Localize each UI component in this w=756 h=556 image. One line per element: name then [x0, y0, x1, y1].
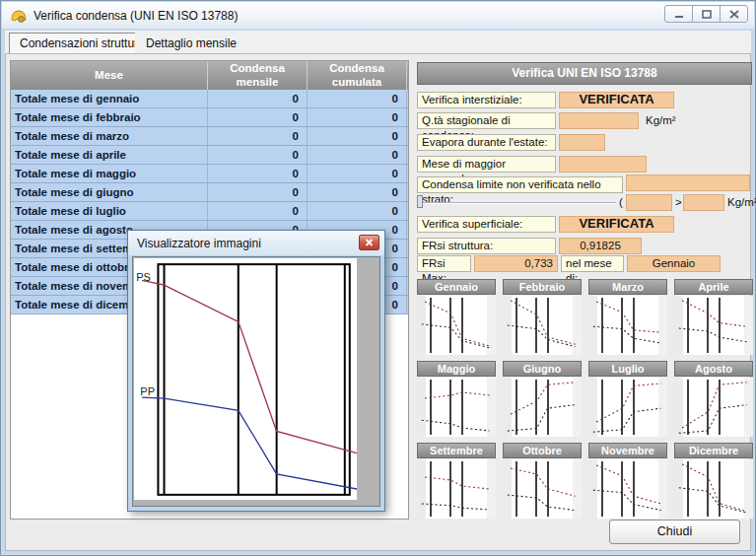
gt-text: > [675, 196, 682, 208]
table-row[interactable]: Totale mese di aprile00 [11, 146, 408, 165]
limite-box-2 [683, 194, 724, 211]
month-button-settembre[interactable]: Settembre [417, 443, 496, 458]
value-mese-accumulo [559, 156, 647, 173]
cell-condensa-mensile: 0 [208, 183, 308, 201]
minimize-icon [674, 10, 684, 19]
title-bar[interactable]: Verifica condensa (UNI EN ISO 13788) [2, 2, 754, 29]
mini-chart-dicembre[interactable] [674, 459, 753, 519]
table-row[interactable]: Totale mese di maggio00 [11, 165, 408, 183]
month-button-luglio[interactable]: Luglio [588, 361, 667, 377]
unit-qta: Kg/m² [646, 114, 676, 126]
minimize-button[interactable] [664, 5, 693, 23]
col-header-mese[interactable]: Mese [11, 61, 208, 90]
tab-bar: Condensazioni struttura Dettaglio mensil… [5, 31, 751, 54]
label-frsi-max: FRsi Max: [417, 255, 471, 272]
visualizzatore-dialog: Visualizzatore immagini PSPP [127, 230, 385, 512]
value-frsi-struttura: 0,91825 [559, 238, 642, 254]
value-frsi-max: 0,733 [474, 255, 558, 272]
glaser-chart[interactable]: PSPP [134, 258, 357, 500]
month-button-aprile[interactable]: Aprile [674, 279, 753, 295]
label-verifica-interstiziale: Verifica interstiziale: [417, 92, 556, 108]
cell-mese: Totale mese di gennaio [11, 90, 208, 107]
table-row[interactable]: Totale mese di febbraio00 [11, 108, 408, 127]
month-cell-luglio: Luglio [588, 361, 667, 437]
mini-chart-aprile[interactable] [674, 296, 753, 355]
close-button[interactable] [720, 5, 748, 23]
value-verifica-superficiale: VERIFICATA [559, 216, 674, 233]
mini-chart-settembre[interactable] [417, 459, 496, 519]
tab-dettaglio-mensile[interactable]: Dettaglio mensile [135, 33, 247, 54]
dialog-title-bar[interactable]: Visualizzatore immagini [128, 231, 384, 255]
cell-condensa-mensile: 0 [208, 202, 308, 220]
dialog-close-button[interactable] [359, 235, 379, 250]
month-cell-maggio: Maggio [417, 361, 496, 437]
table-row[interactable]: Totale mese di marzo00 [11, 127, 408, 146]
label-frsi-struttura: FRsi struttura: [417, 238, 556, 254]
dialog-body: PSPP [132, 256, 380, 507]
month-cell-marzo: Marzo [588, 279, 667, 355]
mini-chart-luglio[interactable] [588, 378, 667, 437]
table-row[interactable]: Totale mese di gennaio00 [11, 90, 408, 108]
month-cell-aprile: Aprile [674, 279, 753, 355]
month-button-marzo[interactable]: Marzo [588, 279, 667, 295]
table-row[interactable]: Totale mese di giugno00 [11, 183, 408, 202]
limite-box-1 [626, 194, 672, 211]
cell-condensa-mensile: 0 [208, 146, 308, 164]
month-button-maggio[interactable]: Maggio [417, 361, 496, 377]
month-button-dicembre[interactable]: Dicembre [674, 443, 753, 458]
svg-text:PP: PP [140, 385, 155, 397]
month-cell-febbraio: Febbraio [503, 279, 582, 355]
month-cell-ottobre: Ottobre [503, 443, 582, 519]
tab-condensazioni-struttura[interactable]: Condensazioni struttura [9, 33, 156, 54]
month-button-febbraio[interactable]: Febbraio [503, 279, 582, 295]
cell-condensa-cumulata: 0 [308, 202, 407, 220]
cell-condensa-cumulata: 0 [308, 90, 407, 107]
mini-chart-novembre[interactable] [588, 459, 667, 519]
col-header-condensa-mensile[interactable]: Condensa mensile [208, 61, 308, 90]
cell-condensa-cumulata: 0 [308, 108, 407, 126]
month-cell-novembre: Novembre [588, 443, 667, 519]
verifica-panel: Verifica UNI EN ISO 13788 Verifica inter… [413, 54, 754, 550]
window-title: Verifica condensa (UNI EN ISO 13788) [34, 9, 238, 23]
app-window: Verifica condensa (UNI EN ISO 13788) Con… [0, 0, 756, 556]
cell-condensa-mensile: 0 [208, 90, 308, 107]
label-condensa-limite: Condensa limite non verificata nello str… [417, 176, 623, 193]
month-cell-gennaio: Gennaio [417, 279, 496, 355]
month-button-novembre[interactable]: Novembre [588, 443, 667, 458]
month-button-agosto[interactable]: Agosto [674, 361, 753, 377]
strato-slider-handle[interactable] [417, 195, 423, 208]
cell-mese: Totale mese di luglio [11, 202, 208, 220]
months-grid: GennaioFebbraioMarzoAprileMaggioGiugnoLu… [417, 279, 754, 519]
panel-header: Verifica UNI EN ISO 13788 [417, 62, 752, 85]
month-cell-agosto: Agosto [674, 361, 753, 437]
maximize-icon [702, 10, 712, 19]
mini-chart-agosto[interactable] [674, 378, 753, 437]
strato-slider-track[interactable] [419, 202, 616, 204]
mini-chart-maggio[interactable] [417, 378, 496, 437]
dialog-close-icon [365, 239, 374, 246]
mini-chart-marzo[interactable] [588, 296, 667, 355]
month-button-gennaio[interactable]: Gennaio [417, 279, 496, 295]
label-nel-mese-di: nel mese di: [561, 255, 624, 272]
cell-mese: Totale mese di febbraio [11, 108, 208, 126]
svg-text:PS: PS [136, 271, 151, 283]
month-button-ottobre[interactable]: Ottobre [503, 443, 582, 458]
value-verifica-interstiziale: VERIFICATA [559, 92, 674, 108]
mini-chart-febbraio[interactable] [503, 296, 582, 355]
value-condensa-limite [626, 174, 750, 191]
mini-chart-gennaio[interactable] [417, 296, 496, 355]
value-qta-stagionale [559, 112, 639, 129]
mini-chart-giugno[interactable] [503, 378, 582, 437]
close-icon [729, 10, 739, 19]
dialog-title: Visualizzatore immagini [137, 237, 261, 250]
chiudi-button[interactable]: Chiudi [609, 520, 740, 544]
col-header-condensa-cumulata[interactable]: Condensa cumulata [308, 61, 407, 90]
value-nel-mese-di: Gennaio [627, 255, 721, 272]
cell-condensa-mensile: 0 [208, 108, 308, 126]
table-row[interactable]: Totale mese di luglio00 [11, 202, 408, 221]
maximize-button[interactable] [692, 5, 721, 23]
label-evapora-estate: Evapora durante l'estate: [417, 134, 556, 151]
cell-mese: Totale mese di maggio [11, 165, 208, 182]
month-button-giugno[interactable]: Giugno [503, 361, 582, 377]
mini-chart-ottobre[interactable] [503, 459, 582, 519]
